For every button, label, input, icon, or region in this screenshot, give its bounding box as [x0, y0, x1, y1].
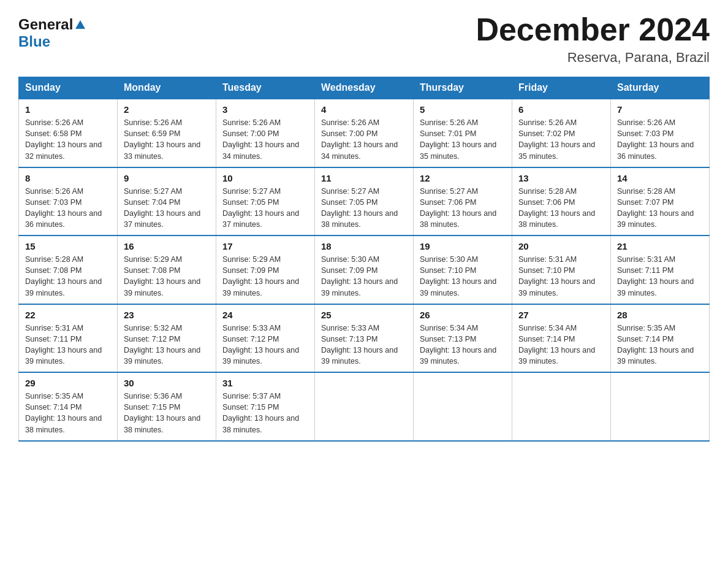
day-number: 15: [25, 241, 111, 251]
day-number: 25: [321, 310, 407, 320]
header-monday: Monday: [118, 77, 216, 99]
day-number: 17: [222, 241, 308, 251]
day-number: 12: [420, 173, 506, 183]
table-row: [611, 372, 710, 441]
header-saturday: Saturday: [611, 77, 710, 99]
calendar-week-row: 1Sunrise: 5:26 AMSunset: 6:58 PMDaylight…: [19, 99, 710, 167]
day-number: 14: [617, 173, 703, 183]
day-number: 20: [518, 241, 604, 251]
day-info: Sunrise: 5:34 AMSunset: 7:14 PMDaylight:…: [518, 323, 604, 367]
day-number: 23: [124, 310, 210, 320]
table-row: 16Sunrise: 5:29 AMSunset: 7:08 PMDayligh…: [118, 236, 216, 304]
calendar-week-row: 29Sunrise: 5:35 AMSunset: 7:14 PMDayligh…: [19, 372, 710, 441]
day-info: Sunrise: 5:30 AMSunset: 7:09 PMDaylight:…: [321, 254, 407, 299]
day-number: 7: [617, 104, 703, 115]
header-friday: Friday: [512, 77, 611, 99]
calendar-header-row: Sunday Monday Tuesday Wednesday Thursday…: [19, 77, 710, 99]
day-number: 19: [420, 241, 506, 251]
day-info: Sunrise: 5:26 AMSunset: 7:03 PMDaylight:…: [25, 186, 111, 231]
table-row: 7Sunrise: 5:26 AMSunset: 7:03 PMDaylight…: [611, 99, 710, 167]
day-info: Sunrise: 5:26 AMSunset: 7:01 PMDaylight:…: [420, 117, 506, 162]
logo: General Blue: [18, 12, 86, 50]
day-number: 30: [124, 378, 210, 388]
day-info: Sunrise: 5:32 AMSunset: 7:12 PMDaylight:…: [124, 323, 210, 367]
day-number: 9: [124, 173, 210, 183]
day-info: Sunrise: 5:37 AMSunset: 7:15 PMDaylight:…: [222, 391, 308, 435]
table-row: 2Sunrise: 5:26 AMSunset: 6:59 PMDaylight…: [118, 99, 216, 167]
table-row: 28Sunrise: 5:35 AMSunset: 7:14 PMDayligh…: [611, 304, 710, 373]
day-number: 4: [321, 104, 407, 115]
day-number: 5: [420, 104, 506, 115]
logo-blue-text: Blue: [18, 33, 50, 50]
day-info: Sunrise: 5:27 AMSunset: 7:05 PMDaylight:…: [321, 186, 407, 231]
table-row: 4Sunrise: 5:26 AMSunset: 7:00 PMDaylight…: [315, 99, 414, 167]
table-row: 8Sunrise: 5:26 AMSunset: 7:03 PMDaylight…: [19, 167, 118, 236]
title-block: December 2024 Reserva, Parana, Brazil: [476, 12, 710, 66]
day-number: 29: [25, 378, 111, 388]
day-number: 1: [25, 104, 111, 115]
day-info: Sunrise: 5:33 AMSunset: 7:12 PMDaylight:…: [222, 323, 308, 367]
table-row: 1Sunrise: 5:26 AMSunset: 6:58 PMDaylight…: [19, 99, 118, 167]
day-info: Sunrise: 5:26 AMSunset: 6:59 PMDaylight:…: [124, 117, 210, 162]
header-wednesday: Wednesday: [315, 77, 414, 99]
day-number: 22: [25, 310, 111, 320]
table-row: 17Sunrise: 5:29 AMSunset: 7:09 PMDayligh…: [216, 236, 315, 304]
table-row: 9Sunrise: 5:27 AMSunset: 7:04 PMDaylight…: [118, 167, 216, 236]
day-info: Sunrise: 5:35 AMSunset: 7:14 PMDaylight:…: [25, 391, 111, 435]
page-subtitle: Reserva, Parana, Brazil: [476, 50, 710, 66]
day-number: 6: [518, 104, 604, 115]
table-row: 5Sunrise: 5:26 AMSunset: 7:01 PMDaylight…: [414, 99, 512, 167]
table-row: 20Sunrise: 5:31 AMSunset: 7:10 PMDayligh…: [512, 236, 611, 304]
day-info: Sunrise: 5:29 AMSunset: 7:09 PMDaylight:…: [222, 254, 308, 299]
header-thursday: Thursday: [414, 77, 512, 99]
day-info: Sunrise: 5:31 AMSunset: 7:11 PMDaylight:…: [25, 323, 111, 367]
day-info: Sunrise: 5:28 AMSunset: 7:08 PMDaylight:…: [25, 254, 111, 299]
day-number: 11: [321, 173, 407, 183]
table-row: 30Sunrise: 5:36 AMSunset: 7:15 PMDayligh…: [118, 372, 216, 441]
day-number: 24: [222, 310, 308, 320]
table-row: 31Sunrise: 5:37 AMSunset: 7:15 PMDayligh…: [216, 372, 315, 441]
day-info: Sunrise: 5:26 AMSunset: 7:00 PMDaylight:…: [222, 117, 308, 162]
header-tuesday: Tuesday: [216, 77, 315, 99]
day-number: 18: [321, 241, 407, 251]
calendar-table: Sunday Monday Tuesday Wednesday Thursday…: [18, 77, 710, 442]
day-number: 28: [617, 310, 703, 320]
table-row: [512, 372, 611, 441]
day-info: Sunrise: 5:33 AMSunset: 7:13 PMDaylight:…: [321, 323, 407, 367]
table-row: 14Sunrise: 5:28 AMSunset: 7:07 PMDayligh…: [611, 167, 710, 236]
table-row: 15Sunrise: 5:28 AMSunset: 7:08 PMDayligh…: [19, 236, 118, 304]
table-row: 6Sunrise: 5:26 AMSunset: 7:02 PMDaylight…: [512, 99, 611, 167]
table-row: 29Sunrise: 5:35 AMSunset: 7:14 PMDayligh…: [19, 372, 118, 441]
day-info: Sunrise: 5:28 AMSunset: 7:07 PMDaylight:…: [617, 186, 703, 231]
logo-triangle-icon: [75, 19, 86, 30]
day-info: Sunrise: 5:30 AMSunset: 7:10 PMDaylight:…: [420, 254, 506, 299]
day-info: Sunrise: 5:27 AMSunset: 7:05 PMDaylight:…: [222, 186, 308, 231]
day-number: 31: [222, 378, 308, 388]
day-info: Sunrise: 5:29 AMSunset: 7:08 PMDaylight:…: [124, 254, 210, 299]
day-info: Sunrise: 5:36 AMSunset: 7:15 PMDaylight:…: [124, 391, 210, 435]
svg-marker-0: [75, 20, 85, 29]
day-info: Sunrise: 5:31 AMSunset: 7:11 PMDaylight:…: [617, 254, 703, 299]
table-row: 19Sunrise: 5:30 AMSunset: 7:10 PMDayligh…: [414, 236, 512, 304]
day-info: Sunrise: 5:28 AMSunset: 7:06 PMDaylight:…: [518, 186, 604, 231]
day-number: 27: [518, 310, 604, 320]
day-info: Sunrise: 5:35 AMSunset: 7:14 PMDaylight:…: [617, 323, 703, 367]
table-row: [414, 372, 512, 441]
day-info: Sunrise: 5:27 AMSunset: 7:06 PMDaylight:…: [420, 186, 506, 231]
day-number: 2: [124, 104, 210, 115]
day-info: Sunrise: 5:26 AMSunset: 7:03 PMDaylight:…: [617, 117, 703, 162]
day-info: Sunrise: 5:31 AMSunset: 7:10 PMDaylight:…: [518, 254, 604, 299]
table-row: 22Sunrise: 5:31 AMSunset: 7:11 PMDayligh…: [19, 304, 118, 373]
page-header: General Blue December 2024 Reserva, Para…: [18, 12, 710, 66]
day-info: Sunrise: 5:27 AMSunset: 7:04 PMDaylight:…: [124, 186, 210, 231]
page-title: December 2024: [476, 12, 710, 47]
table-row: 18Sunrise: 5:30 AMSunset: 7:09 PMDayligh…: [315, 236, 414, 304]
day-info: Sunrise: 5:34 AMSunset: 7:13 PMDaylight:…: [420, 323, 506, 367]
day-info: Sunrise: 5:26 AMSunset: 7:02 PMDaylight:…: [518, 117, 604, 162]
table-row: 26Sunrise: 5:34 AMSunset: 7:13 PMDayligh…: [414, 304, 512, 373]
table-row: 25Sunrise: 5:33 AMSunset: 7:13 PMDayligh…: [315, 304, 414, 373]
table-row: 21Sunrise: 5:31 AMSunset: 7:11 PMDayligh…: [611, 236, 710, 304]
day-number: 26: [420, 310, 506, 320]
table-row: 10Sunrise: 5:27 AMSunset: 7:05 PMDayligh…: [216, 167, 315, 236]
calendar-week-row: 8Sunrise: 5:26 AMSunset: 7:03 PMDaylight…: [19, 167, 710, 236]
